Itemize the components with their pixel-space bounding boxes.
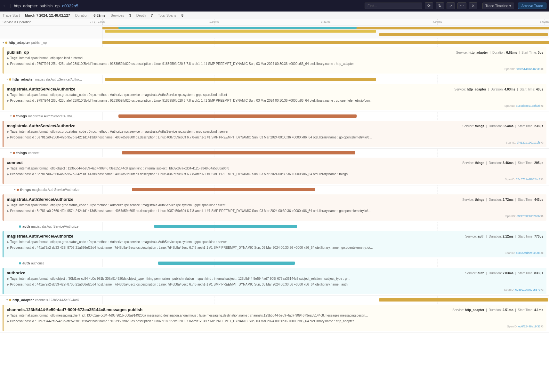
span-left-cell[interactable]: authauthorize [0,259,102,267]
share-button[interactable]: ↗ [447,2,455,9]
tick-label-0: 0µs [100,20,105,23]
spans-value: 8 [182,13,183,17]
span-label-row[interactable]: ▾thingsconnect [0,149,549,157]
span-process-row: ▶ Process: host.id : 3e781ca0-2360-4f2b-… [7,208,543,214]
back-button[interactable]: ← [3,3,8,9]
span-meta: Service: http_adapter | Duration: 4.03ms… [454,88,543,91]
nav-expand[interactable]: ⟨⟩ [94,20,97,24]
search-input[interactable] [365,3,422,9]
span-title: magistrala.AuthService/Authorize [7,234,73,239]
service-name: things [20,188,31,192]
span-tags-row: ▶ Tags: internal.span.format : otlp obje… [7,276,543,281]
span-left-cell[interactable]: ▾thingsmagistrala.AuthzService/Authorize [0,112,102,120]
collapse-toggle[interactable]: ▾ [6,298,8,302]
minimap-bar [118,27,357,29]
nav-next[interactable]: › [92,20,93,24]
trace-start-label: Trace Start [3,13,20,17]
span-label-row[interactable]: ▾thingsmagistrala.AuthService/Authorize [0,185,549,194]
operation-name: magistrala.AuthzService/Authorize [35,78,83,81]
span-timeline-cell [102,112,549,120]
span-id-row: SpanID: 68005146f6a46338 ⧉ [7,67,543,71]
span-label-row[interactable]: ▾http_adaptermagistrala.AuthzService/Aut… [0,75,549,83]
span-bar [102,41,549,44]
history-button[interactable]: ⟳ [425,2,433,9]
trace-timeline-button[interactable]: Trace Timeline ▾ [482,3,514,9]
span-tags-row: ▶ Tags: internal.span.format : otlp obje… [7,166,543,171]
span-label-row[interactable]: ▾http_adapterpublish_op [0,38,549,47]
span-process-row: ▶ Process: host.id : 3e781ca0-2360-4f2b-… [7,172,543,177]
collapse-toggle[interactable]: ▾ [10,151,12,154]
span-id-row: SpanID: 46c55afda2d9e905 ⧉ [7,251,543,255]
span-timeline-cell [102,222,549,231]
service-color-dot [17,189,19,191]
trace-row: ▾thingsconnectconnectService: things | D… [0,149,549,185]
span-label-row[interactable]: authauthorize [0,259,549,267]
minimap [0,26,549,38]
span-label-row[interactable]: ▾http_adapterchannels.123b5d44-5e59-4ad7… [0,296,549,304]
refresh-button[interactable]: ↻ [436,2,444,9]
span-process-row: ▶ Process: host.id : 3e781ca0-2360-4f2b-… [7,135,543,140]
service-color-dot [5,42,7,44]
collapse-toggle[interactable]: ▾ [6,78,8,81]
depth-value: 7 [151,13,153,17]
operation-name: publish_op [31,41,47,44]
service-color-dot [19,262,21,264]
span-timeline-cell [102,296,549,304]
span-left-cell[interactable]: ▾thingsmagistrala.AuthService/Authorize [0,185,102,194]
span-label-row[interactable]: authmagistrala.AuthService/Authorize [0,222,549,231]
close-button[interactable]: ✕ [469,2,477,9]
collapse-toggle[interactable]: ▾ [10,114,12,118]
trace-row: ▾http_adaptermagistrala.AuthzService/Aut… [0,75,549,112]
service-name: auth [22,224,30,228]
title-text: http_adapter: publish_op [14,4,60,8]
span-id-row: SpanID: 25c8781a1f8624c7 ⧉ [7,178,543,181]
minimap-bar [379,33,548,36]
duration-label: Duration [75,13,89,17]
span-bar [132,188,315,191]
span-left-cell[interactable]: ▾http_adapterchannels.123b5d44-5e59-4ad7… [0,296,102,304]
trace-row: authmagistrala.AuthService/Authorizemagi… [0,222,549,259]
span-process-row: ▶ Process: host.id : 9797f944-2f6c-423d-… [7,61,543,67]
operation-name: magistrala.AuthzService/Authorize [28,114,76,118]
scroll-area[interactable]: ▾http_adapterpublish_oppublish_opService… [0,38,549,391]
minimap-bars [102,26,549,38]
span-timeline-cell [102,259,549,267]
span-meta: Service: auth | Duration: 2.12ms | Start… [465,235,543,238]
operation-name: authorize [31,262,44,265]
span-title: channels.123b5d44-5e59-4ad7-909f-673ea35… [7,307,142,312]
span-left-cell[interactable]: ▾http_adaptermagistrala.AuthzService/Aut… [0,75,102,83]
tick-label-4: 6.62ms [540,20,549,23]
archive-trace-button[interactable]: Archive Trace [518,3,546,9]
span-detail-card: connectService: things | Duration: 3.46m… [3,158,546,184]
collapse-toggle[interactable]: ▾ [3,41,4,44]
span-timeline-cell [102,75,549,83]
spans-label: Total Spans [158,13,176,17]
more-button[interactable]: ⋯ [457,2,466,9]
span-detail-card: magistrala.AuthService/AuthorizeService:… [3,194,546,221]
nav-last[interactable]: » [98,20,100,24]
span-meta: Service: things | Duration: 3.46ms | Sta… [462,161,543,165]
span-label-row[interactable]: ▾thingsmagistrala.AuthzService/Authorize [0,112,549,120]
services-label: Services [111,13,124,17]
trace-info-bar: Trace Start March 7 2024, 12:48:02.127 D… [0,12,549,19]
page-title: http_adapter: publish_op d0022b5 [14,4,78,8]
services-value: 3 [129,13,131,17]
trace-id: d0022b5 [62,4,78,8]
span-timeline-cell [102,149,549,157]
service-name: auth [22,261,30,265]
operation-name: connect [28,151,39,155]
span-left-cell[interactable]: ▾thingsconnect [0,149,102,157]
collapse-toggle[interactable]: ▾ [14,188,16,191]
span-detail-card: authorizeService: auth | Duration: 2.03m… [3,268,546,294]
span-left-cell[interactable]: ▾http_adapterpublish_op [0,38,102,47]
nav-prev[interactable]: ‹ [90,20,91,24]
span-detail-card: channels.123b5d44-5e59-4ad7-909f-673ea35… [3,305,546,331]
span-tags-row: ▶ Tags: internal.span.format : otlp rpc.… [7,239,543,245]
service-color-dot [13,115,15,117]
span-tags-row: ▶ Tags: internal.span.format : otlp mess… [7,313,543,318]
operation-name: magistrala.AuthService/Authorize [31,225,78,228]
span-id-row: SpanID: 51e2de859168f62b ⧉ [7,104,543,108]
span-left-cell[interactable]: authmagistrala.AuthService/Authorize [0,222,102,231]
span-timeline-cell [102,38,549,47]
span-tags-row: ▶ Tags: internal.span.format : otlp rpc.… [7,129,543,134]
